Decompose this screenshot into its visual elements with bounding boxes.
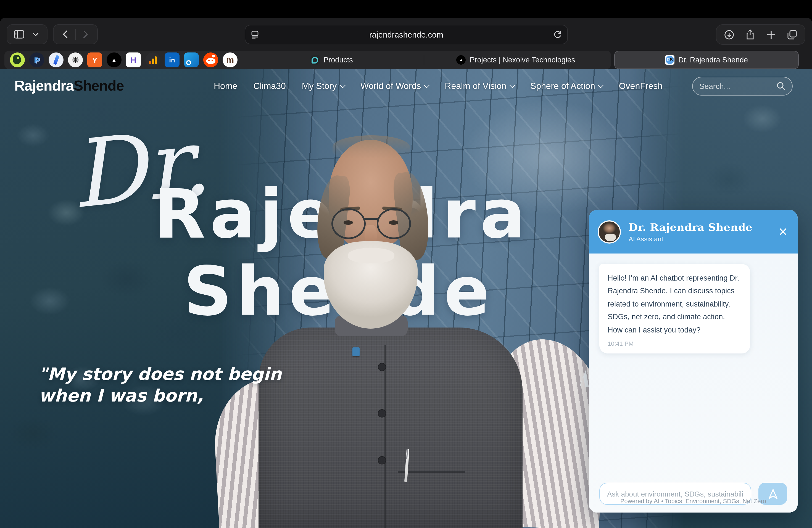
download-icon [724,30,734,40]
pinned-tab-hacker-news-icon[interactable]: Y [87,53,102,68]
vest-pocket [398,471,465,473]
reader-page-icon [251,30,259,39]
parrot-shape [13,55,21,64]
rs-favicon-circle: RS [666,56,674,64]
chatbot-widget: Dr. Rajendra Shende AI Assistant Hello! … [589,210,798,513]
site-search [692,77,793,96]
nav-label: Realm of Vision [445,81,507,91]
pinned-tab-linkedin-icon[interactable]: in [164,53,179,68]
nav-label: World of Words [360,81,421,91]
forward-button[interactable] [77,26,94,43]
pinned-tab-hostinger-icon[interactable]: H [126,53,141,68]
pinned-tab-medium-icon[interactable]: m [222,53,237,68]
pinned-tab-vercel-icon[interactable]: ▲ [106,53,121,68]
vercel-glyph: ▲ [111,57,117,63]
forward-icon [83,30,88,39]
quote-line-2: when I was born, [39,385,281,407]
hero-quote: "My story does not begin when I was born… [39,363,281,407]
share-icon [746,29,755,40]
site-logo[interactable]: RajendraShende [14,77,124,94]
diagonal-bar-shape [53,55,60,65]
tab-products[interactable]: Products [240,51,423,69]
chevron-down-icon [510,82,515,88]
products-favicon [310,55,320,64]
browser-window: rajendrashende.com [0,18,812,528]
paypal-glyph: P [34,55,40,64]
nav-item-world-of-words[interactable]: World of Words [360,81,429,91]
rs-favicon: RS [665,55,675,64]
tabs-icon [787,30,797,40]
tab-bar: P ✳ Y ▲ H in m Products ▲ Projects | N [0,51,812,69]
pinned-tab-reddit-icon[interactable] [203,53,218,68]
downloads-button[interactable] [721,26,737,43]
nav-label: Clima30 [253,81,286,91]
close-icon [779,227,787,236]
tab-active-label: Dr. Rajendra Shende [678,56,748,64]
pinned-tab-google-analytics-icon[interactable] [145,53,160,68]
tab-overview-button[interactable] [784,26,800,43]
nav-items: Home Clima30 My Story World of Words Rea… [214,69,663,103]
triangle-glyph: ▲ [459,57,463,62]
sidebar-toggle-button[interactable] [11,26,27,43]
sidebar-dropdown-button[interactable] [27,26,44,43]
address-bar[interactable]: rajendrashende.com [245,25,568,44]
pinned-tab-outlook-icon[interactable] [184,53,199,68]
glasses-bridge [363,218,379,220]
projects-favicon: ▲ [456,55,466,64]
reddit-antenna [212,55,215,57]
nav-item-my-story[interactable]: My Story [302,81,344,91]
reddit-eye [212,60,213,61]
parrot-eye [17,57,19,59]
vest-button [378,409,386,417]
pinned-tab-openai-icon[interactable]: ✳ [68,53,83,68]
nav-item-clima30[interactable]: Clima30 [253,81,286,91]
chevron-down-icon [340,82,345,88]
plus-icon [767,30,775,39]
hair-top [333,135,410,159]
chat-titles: Dr. Rajendra Shende AI Assistant [628,221,752,243]
back-icon [62,30,68,39]
pinned-tab-green-parrot-icon[interactable] [10,53,25,68]
logo-second-word: Shende [74,77,124,94]
tab-dr-rajendra-shende-active[interactable]: RS Dr. Rajendra Shende [614,51,799,69]
blue-lapel-pin [352,348,360,356]
chat-message-bubble: Hello! I'm an AI chatbot representing Dr… [599,264,750,354]
history-button-group [53,24,98,44]
bar-chart-shape [149,61,151,64]
search-icon[interactable] [777,82,785,91]
vest-placket [385,345,386,528]
bar-chart-shape [155,56,157,64]
toolbar-right-group [716,24,806,45]
nav-item-home[interactable]: Home [214,81,237,91]
chat-avatar [598,220,621,243]
share-button[interactable] [742,26,758,43]
nav-label: Home [214,81,237,91]
pinned-tab-blue-diagonal-icon[interactable] [48,53,63,68]
chat-subtitle: AI Assistant [628,235,752,243]
chevron-down-icon [32,32,39,36]
nav-item-realm-of-vision[interactable]: Realm of Vision [445,81,514,91]
chevron-down-icon [424,82,430,88]
chat-close-button[interactable] [777,225,789,237]
divider [75,29,76,40]
chat-title: Dr. Rajendra Shende [628,221,752,233]
nav-label: Sphere of Action [530,81,595,91]
bar-chart-shape [152,59,154,64]
logo-first-word: Rajendra [14,77,74,94]
back-button[interactable] [57,26,73,43]
chat-footer-text: Powered by AI • Topics: Environment, SDG… [589,498,798,504]
outlook-ring-shape [186,60,191,65]
vest-button [378,363,386,371]
nav-item-ovenfresh[interactable]: OvenFresh [619,81,663,91]
new-tab-button[interactable] [763,26,779,43]
pinned-tab-paypal-icon[interactable]: P [29,53,44,68]
nav-item-sphere-of-action[interactable]: Sphere of Action [530,81,603,91]
chat-message-timestamp: 10:41 PM [608,340,742,347]
nav-label: My Story [302,81,337,91]
search-input[interactable] [699,82,777,91]
sidebar-button-group [6,24,47,44]
tab-projects-nexolve[interactable]: ▲ Projects | Nexolve Technologies [424,51,608,69]
glasses-lens-left [331,208,366,239]
reload-icon[interactable] [553,30,562,39]
glasses-lens-right [377,208,411,239]
